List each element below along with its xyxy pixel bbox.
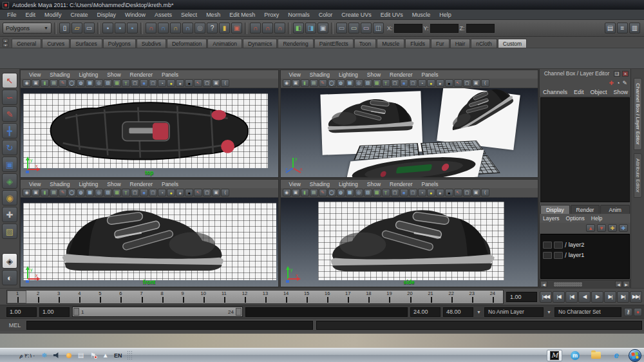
default-material-icon[interactable]: ▢ — [391, 79, 399, 87]
panel-menu-renderer[interactable]: Renderer — [126, 181, 157, 187]
shelf-tab-toon[interactable]: Toon — [354, 39, 376, 48]
panel-menu-shading[interactable]: Shading — [45, 181, 74, 187]
scroll-right-icon[interactable]: ▶ — [623, 281, 630, 287]
layer-visibility-checkbox[interactable] — [543, 252, 552, 259]
gold-ball-icon[interactable]: ● — [185, 79, 193, 87]
speed-dial-icon[interactable]: ◔ — [616, 80, 620, 86]
default-material-icon[interactable]: ▢ — [131, 79, 139, 87]
rotate-tool[interactable]: ↻ — [2, 140, 17, 155]
chevron-down-icon[interactable]: ▼ — [476, 310, 482, 314]
timeline-frame-14[interactable]: 14 — [276, 291, 296, 303]
layer-menu-help[interactable]: Help — [591, 215, 602, 222]
outline-cube-icon[interactable]: ▢ — [409, 189, 417, 196]
gray-ball-icon[interactable]: ● — [436, 189, 444, 196]
image-plane-icon[interactable]: ▤ — [310, 189, 318, 196]
soft-modification-tool[interactable]: ◉ — [2, 190, 17, 205]
outline-cube-icon[interactable]: ▢ — [149, 189, 157, 196]
wireframe-mode-icon[interactable]: ◯ — [68, 79, 76, 87]
bluetooth-tray-icon[interactable]: ❄ — [40, 351, 48, 359]
panel-menu-show[interactable]: Show — [102, 181, 125, 187]
title-bar[interactable]: Autodesk Maya 2011: C:\Users\Mohammed\De… — [0, 0, 644, 10]
panel-menu-panels[interactable]: Panels — [417, 181, 442, 187]
uv-overlay-icon[interactable]: ▩ — [373, 189, 381, 196]
panel-menu-show[interactable]: Show — [363, 71, 385, 78]
step-forward-frame-button[interactable]: ▶| — [617, 291, 629, 303]
step-back-frame-button[interactable]: |◀ — [553, 291, 565, 303]
paint-effects-icon[interactable]: ◫ — [373, 23, 384, 33]
viewport-side[interactable]: ViewShadingLightingShowRendererPanels ◉▣… — [280, 179, 539, 287]
panel-menu-show[interactable]: Show — [102, 71, 125, 78]
sidebar-tool-settings-toggle-icon[interactable]: ≡ — [617, 23, 628, 33]
maya-taskbar-button[interactable]: M — [547, 350, 562, 361]
command-line-input[interactable] — [26, 321, 313, 330]
timeline-frame-17[interactable]: 17 — [337, 291, 358, 303]
outline-cube-icon[interactable]: ▢ — [149, 79, 157, 87]
image-plane-icon[interactable]: ▤ — [310, 79, 318, 87]
camera-attributes-icon[interactable]: ▣ — [292, 189, 300, 196]
share-icon[interactable]: ⟨ — [221, 189, 229, 196]
menu-proxy[interactable]: Proxy — [260, 12, 283, 18]
gray-ball-icon[interactable]: ● — [176, 189, 184, 196]
timeline-frame-4[interactable]: 4 — [69, 291, 90, 303]
animation-start-field[interactable]: 1.00 — [6, 307, 37, 317]
timeline-frame-15[interactable]: 15 — [296, 291, 317, 303]
shelf-tab-subdivs[interactable]: Subdivs — [137, 39, 166, 48]
default-material-icon[interactable]: ▢ — [391, 189, 399, 196]
viewport-top[interactable]: ViewShadingLightingShowRendererPanels ◉▣… — [20, 70, 279, 178]
checker-ball-icon[interactable]: ◔ — [418, 79, 426, 87]
default-material-icon[interactable]: ▢ — [131, 189, 139, 196]
select-hierarchy-icon[interactable]: ▪ — [102, 23, 113, 33]
make-live-icon[interactable]: ◎ — [194, 23, 205, 33]
shelf-tab-surfaces[interactable]: Surfaces — [70, 39, 102, 48]
command-line-label[interactable]: MEL — [6, 322, 23, 329]
go-to-playback-start-button[interactable]: |◀◀ — [540, 291, 552, 303]
scrollbar-thumb[interactable] — [553, 281, 583, 287]
timeline-frame-7[interactable]: 7 — [131, 291, 151, 303]
new-scene-icon[interactable]: ▯ — [59, 23, 70, 33]
timeline-frame-2[interactable]: 2 — [28, 291, 48, 303]
play-forwards-button[interactable]: ▶ — [591, 291, 603, 303]
current-time-field[interactable]: 1.00 — [506, 292, 537, 302]
gray-ball-icon[interactable]: ● — [436, 79, 444, 87]
layer-menu-layers[interactable]: Layers — [543, 215, 560, 222]
clipboard-tray-icon[interactable]: ▤ — [77, 351, 85, 359]
selection-mode-dropdown[interactable]: Polygons ▼ — [3, 23, 52, 33]
shelf-tab-rendering[interactable]: Rendering — [278, 39, 313, 48]
xray-mode-icon[interactable]: ▨ — [364, 189, 372, 196]
viewport-persp-canvas[interactable] — [281, 88, 538, 177]
input-connections-icon[interactable]: ◧ — [293, 23, 304, 33]
panel-menu-lighting[interactable]: Lighting — [334, 181, 363, 187]
hardware-texture-mode-icon[interactable]: ▦ — [346, 189, 354, 196]
xray-mode-icon[interactable]: ▨ — [364, 79, 372, 87]
blue-cube-icon[interactable]: ■ — [140, 189, 148, 196]
isolate-cube-icon[interactable]: ▢ — [203, 189, 211, 196]
select-highlight-icon[interactable]: ↖ — [454, 79, 462, 87]
texture-view-icon[interactable]: T — [122, 79, 130, 87]
blue-cube-icon[interactable]: ■ — [140, 79, 148, 87]
panel-menu-shading[interactable]: Shading — [45, 71, 74, 78]
channel-menu-show[interactable]: Show — [614, 89, 629, 95]
image-plane-icon[interactable]: ▤ — [50, 189, 58, 196]
create-layer-from-selection-icon[interactable]: ✚ — [619, 224, 628, 232]
frame-icon[interactable]: ▣ — [212, 79, 220, 87]
uv-overlay-icon[interactable]: ▩ — [113, 189, 121, 196]
texture-view-icon[interactable]: T — [382, 189, 390, 196]
blue-cube-icon[interactable]: ■ — [400, 189, 408, 196]
menu-color[interactable]: Color — [314, 12, 337, 18]
shelf-tab-dynamics[interactable]: Dynamics — [243, 39, 277, 48]
lock-icon[interactable]: ▮ — [219, 23, 230, 33]
ipr-render-icon[interactable]: ▭ — [348, 23, 359, 33]
shelf-tab-fur[interactable]: Fur — [431, 39, 450, 48]
panel-menu-renderer[interactable]: Renderer — [126, 71, 157, 78]
camera-attributes-icon[interactable]: ▣ — [32, 79, 40, 87]
channel-menu-channels[interactable]: Channels — [543, 89, 567, 95]
playback-end-field[interactable]: 24.00 — [410, 307, 440, 317]
panel-menu-view[interactable]: View — [285, 71, 305, 78]
show-manipulator-tool[interactable]: ✚ — [2, 207, 17, 222]
snap-grid-icon[interactable]: ∩ — [146, 23, 156, 33]
timeline-frame-6[interactable]: 6 — [110, 291, 131, 303]
wireframe-mode-icon[interactable]: ◯ — [328, 79, 336, 87]
select-tool[interactable]: ↖ — [2, 73, 17, 88]
menu-help[interactable]: Help — [435, 12, 456, 18]
animation-end-field[interactable]: 48.00 — [443, 307, 473, 317]
